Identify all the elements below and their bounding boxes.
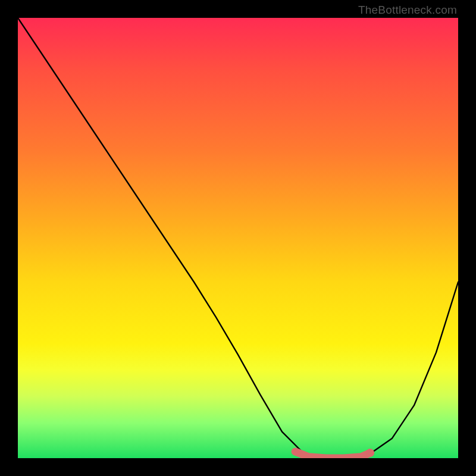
optimal-range-marker <box>295 452 370 458</box>
chart-frame: TheBottleneck.com <box>0 0 476 476</box>
attribution-text: TheBottleneck.com <box>358 4 457 17</box>
chart-svg <box>18 18 458 458</box>
optimal-range-end-dot <box>366 449 374 457</box>
plot-area <box>18 18 458 458</box>
bottleneck-curve <box>18 18 458 458</box>
